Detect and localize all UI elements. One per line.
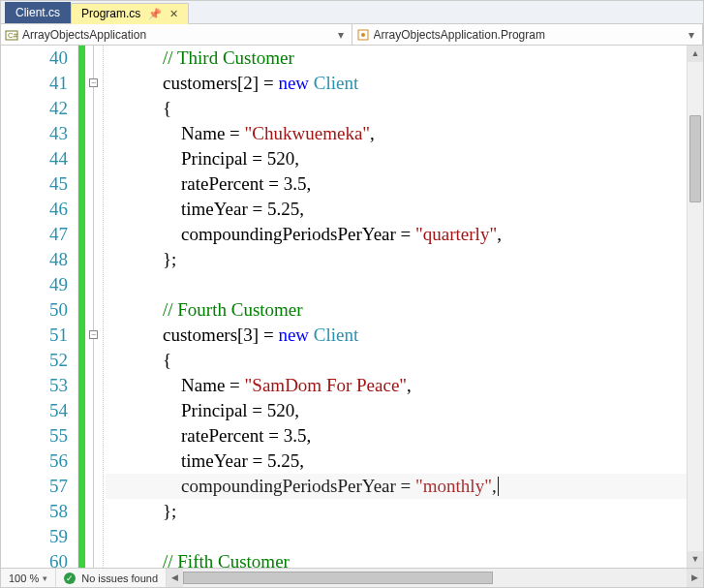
line-number-gutter: 4041424344454647484950515253545556575859… bbox=[1, 46, 78, 568]
svg-point-3 bbox=[361, 33, 365, 37]
hscroll-thumb[interactable] bbox=[183, 572, 493, 584]
line-number: 51 bbox=[1, 323, 68, 348]
tab-client[interactable]: Client.cs bbox=[5, 2, 71, 23]
issues-label: No issues found bbox=[81, 573, 158, 584]
code-line[interactable]: // Third Customer bbox=[107, 46, 687, 71]
scroll-track[interactable] bbox=[688, 62, 703, 551]
scope-dropdown[interactable]: ArrayObjectsApplication.Program ▾ bbox=[352, 24, 704, 45]
line-number: 55 bbox=[1, 423, 68, 449]
line-number: 53 bbox=[1, 373, 68, 398]
code-line[interactable] bbox=[107, 524, 687, 549]
scroll-left-icon[interactable]: ◀ bbox=[167, 569, 183, 587]
zoom-label: 100 % bbox=[9, 573, 39, 584]
line-number: 49 bbox=[1, 272, 68, 297]
line-number: 58 bbox=[1, 499, 68, 524]
line-number: 60 bbox=[1, 549, 68, 568]
project-label: ArrayObjectsApplication bbox=[22, 28, 334, 42]
chevron-down-icon: ▾ bbox=[685, 28, 698, 42]
code-line[interactable]: compoundingPeriodsPerYear = "quarterly", bbox=[107, 222, 687, 247]
chevron-down-icon: ▾ bbox=[334, 28, 348, 42]
line-number: 45 bbox=[1, 171, 68, 197]
code-line[interactable]: }; bbox=[107, 247, 687, 272]
check-icon: ✓ bbox=[64, 573, 76, 584]
line-number: 44 bbox=[1, 146, 68, 171]
code-area[interactable]: // Third Customer customers[2] = new Cli… bbox=[104, 46, 687, 568]
line-number: 54 bbox=[1, 398, 68, 423]
line-number: 48 bbox=[1, 247, 68, 272]
code-line[interactable]: ratePercent = 3.5, bbox=[107, 423, 687, 449]
outline-column[interactable]: −− bbox=[86, 46, 104, 568]
line-number: 52 bbox=[1, 348, 68, 373]
code-line[interactable]: timeYear = 5.25, bbox=[107, 197, 687, 222]
close-icon[interactable]: ✕ bbox=[169, 8, 178, 20]
code-line[interactable]: // Fourth Customer bbox=[107, 297, 687, 323]
scroll-down-icon[interactable]: ▼ bbox=[688, 551, 703, 568]
class-icon bbox=[356, 28, 370, 42]
line-number: 57 bbox=[1, 474, 68, 499]
horizontal-scrollbar[interactable]: ◀ ▶ bbox=[167, 569, 703, 587]
code-line[interactable]: Name = "SamDom For Peace", bbox=[107, 373, 687, 398]
line-number: 43 bbox=[1, 121, 68, 146]
collapse-toggle-icon[interactable]: − bbox=[89, 330, 98, 339]
tab-label: Client.cs bbox=[15, 6, 60, 19]
svg-text:C#: C# bbox=[8, 31, 18, 40]
code-line[interactable]: Principal = 520, bbox=[107, 146, 687, 171]
code-line[interactable]: ratePercent = 3.5, bbox=[107, 171, 687, 197]
scroll-right-icon[interactable]: ▶ bbox=[687, 569, 703, 587]
pin-icon[interactable]: 📌 bbox=[148, 8, 162, 20]
line-number: 56 bbox=[1, 449, 68, 474]
project-dropdown[interactable]: C# ArrayObjectsApplication ▾ bbox=[1, 24, 352, 45]
code-line[interactable]: Principal = 520, bbox=[107, 398, 687, 423]
issues-status[interactable]: ✓ No issues found bbox=[56, 569, 167, 587]
code-line[interactable]: customers[3] = new Client bbox=[107, 323, 687, 348]
code-line[interactable]: timeYear = 5.25, bbox=[107, 449, 687, 474]
line-number: 42 bbox=[1, 96, 68, 121]
line-number: 40 bbox=[1, 46, 68, 71]
text-cursor bbox=[498, 477, 499, 496]
change-marker-column bbox=[78, 46, 86, 568]
code-line[interactable]: // Fifth Customer bbox=[107, 549, 687, 568]
code-line[interactable]: customers[2] = new Client bbox=[107, 71, 687, 96]
code-line[interactable]: { bbox=[107, 96, 687, 121]
line-number: 46 bbox=[1, 197, 68, 222]
line-number: 47 bbox=[1, 222, 68, 247]
scroll-up-icon[interactable]: ▲ bbox=[688, 46, 703, 62]
code-line[interactable]: compoundingPeriodsPerYear = "monthly", bbox=[107, 474, 687, 499]
tab-label: Program.cs bbox=[81, 7, 140, 20]
line-number: 59 bbox=[1, 524, 68, 549]
tab-program[interactable]: Program.cs 📌 ✕ bbox=[71, 3, 189, 24]
collapse-toggle-icon[interactable]: − bbox=[89, 78, 98, 87]
code-line[interactable]: Name = "Chukwuemeka", bbox=[107, 121, 687, 146]
csharp-project-icon: C# bbox=[5, 28, 18, 42]
line-number: 41 bbox=[1, 71, 68, 96]
line-number: 50 bbox=[1, 297, 68, 323]
scope-label: ArrayObjectsApplication.Program bbox=[374, 28, 686, 42]
code-line[interactable]: }; bbox=[107, 499, 687, 524]
scroll-thumb[interactable] bbox=[689, 115, 701, 202]
status-bar: 100 % ▾ ✓ No issues found ◀ ▶ bbox=[1, 568, 703, 587]
code-editor[interactable]: 4041424344454647484950515253545556575859… bbox=[1, 46, 703, 568]
chevron-down-icon: ▾ bbox=[43, 573, 47, 583]
zoom-dropdown[interactable]: 100 % ▾ bbox=[1, 569, 56, 587]
nav-bar: C# ArrayObjectsApplication ▾ ArrayObject… bbox=[1, 24, 703, 46]
vertical-scrollbar[interactable]: ▲ ▼ bbox=[687, 46, 703, 568]
code-line[interactable] bbox=[107, 272, 687, 297]
code-line[interactable]: { bbox=[107, 348, 687, 373]
tab-bar: Client.cs Program.cs 📌 ✕ bbox=[1, 1, 703, 24]
